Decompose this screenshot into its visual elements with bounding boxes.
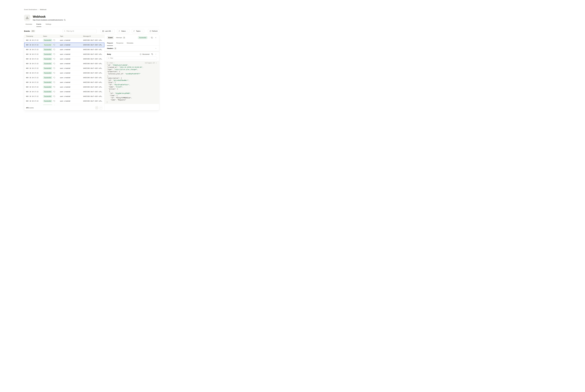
time-range-label: Last 24h [105, 30, 111, 32]
row-status-badge: Successful [43, 90, 52, 93]
retry-row-icon[interactable] [54, 44, 55, 46]
table-row[interactable]: NOV 18 10:17:22 Successful user.created … [24, 94, 104, 99]
retry-event-icon[interactable] [151, 37, 153, 38]
refresh-button[interactable]: Refresh [148, 29, 159, 33]
row-timestamp: NOV 18 10:17:22 [26, 68, 43, 69]
table-row[interactable]: NOV 18 10:17:22 Successful user.created … [24, 99, 104, 104]
copy-url-icon[interactable] [64, 19, 66, 21]
table-row[interactable]: NOV 18 10:17:22 Successful user.created … [24, 104, 104, 105]
retry-row-icon[interactable] [54, 72, 55, 74]
row-topic: user.created [60, 40, 83, 41]
tab-settings[interactable]: Settings [46, 23, 51, 27]
retry-row-icon[interactable] [54, 39, 55, 41]
headers-section-toggle[interactable]: Headers 3 [104, 46, 159, 51]
row-status-badge: Successful [43, 100, 52, 102]
row-message-id: b4925365-b8cf-42b7-a76… [83, 54, 104, 55]
next-page-button[interactable] [100, 106, 102, 109]
table-header: Timestamp Status Topic Message ID [24, 35, 104, 38]
row-status-badge: Successful [43, 58, 52, 60]
prev-page-button[interactable] [95, 106, 98, 109]
table-row[interactable]: NOV 18 10:17:22 Successful user.created … [24, 61, 104, 66]
tab-request[interactable]: Request [107, 40, 113, 46]
items-count-label[interactable]: {1 item ↑ [107, 62, 114, 64]
retry-row-icon[interactable] [54, 63, 55, 64]
retry-row-icon[interactable] [54, 82, 55, 83]
table-row[interactable]: NOV 18 10:17:22 Successful user.created … [24, 52, 104, 56]
topics-filter-button[interactable]: Topics [132, 29, 144, 33]
events-heading: Events [24, 30, 30, 32]
calendar-icon [102, 30, 104, 32]
row-status-badge: Successful [43, 76, 52, 79]
breadcrumb-current[interactable]: Webhook [40, 9, 46, 10]
table-row[interactable]: NOV 18 10:17:22 Successful user.created … [24, 75, 104, 80]
row-timestamp: NOV 18 10:17:22 [26, 77, 43, 78]
breadcrumb-separator: / [38, 9, 39, 10]
table-row[interactable]: NOV 18 10:17:22 Successful user.created … [24, 80, 104, 85]
refresh-icon [150, 30, 151, 32]
row-status-badge: Successful [43, 81, 52, 84]
table-row[interactable]: NOV 18 10:17:22 Successful user.created … [24, 89, 104, 94]
time-range-button[interactable]: Last 24h [100, 29, 115, 33]
table-row[interactable]: NOV 18 10:17:22 Successful user.created … [24, 42, 104, 47]
json-lines: "id": "P2NoRtyZoTc46X3B","created_at": "… [107, 64, 157, 103]
chevron-down-icon [112, 30, 113, 32]
structured-mode-toggle[interactable]: Structured [142, 53, 150, 55]
retry-row-icon[interactable] [54, 68, 55, 69]
page-title: Webhook [33, 15, 66, 18]
webhook-url: http://mock.hookdeck.com/webhooks/events [33, 19, 63, 21]
table-row[interactable]: NOV 18 10:17:22 Successful user.created … [24, 71, 104, 75]
table-row[interactable]: NOV 18 10:17:22 Successful user.created … [24, 85, 104, 89]
row-message-id: b4925365-b8cf-42b7-a76… [83, 44, 104, 46]
retry-row-icon[interactable] [54, 96, 55, 97]
headers-count-badge: 3 [114, 48, 116, 50]
table-footer: 472 events [24, 105, 104, 110]
copy-body-icon[interactable] [152, 53, 153, 55]
table-row[interactable]: NOV 18 10:17:22 Successful user.created … [24, 66, 104, 71]
status-filter-button[interactable]: Status [117, 29, 130, 33]
table-row[interactable]: NOV 18 10:17:22 Successful user.created … [24, 56, 104, 61]
breadcrumb-parent[interactable]: Event Destinations [24, 9, 37, 10]
search-icon [108, 58, 109, 59]
retry-row-icon[interactable] [54, 77, 55, 78]
row-topic: user.created [60, 63, 83, 64]
chevron-up-icon[interactable] [155, 54, 156, 55]
retry-row-icon[interactable] [54, 91, 55, 92]
close-panel-icon[interactable] [155, 37, 156, 38]
code-braces-icon: {} [140, 53, 142, 55]
retry-row-icon[interactable] [54, 58, 55, 60]
row-topic: user.created [60, 91, 83, 92]
retry-row-icon[interactable] [54, 53, 55, 55]
retry-row-icon[interactable] [54, 49, 55, 50]
detail-tabs: Request Response Metadata [104, 40, 159, 46]
table-row[interactable]: NOV 18 10:17:22 Successful user.created … [24, 38, 104, 42]
chevron-down-icon[interactable] [155, 48, 156, 49]
tab-overview[interactable]: Overview [26, 23, 32, 27]
row-status-badge: Successful [43, 67, 52, 70]
page: Event Destinations / Webhook Webhook htt… [0, 9, 184, 110]
detail-tab-attempts[interactable]: Attempts [116, 37, 122, 38]
collapse-all-button[interactable]: Collapse all ↑ [145, 62, 157, 64]
table-row[interactable]: NOV 18 10:17:22 Successful user.created … [24, 47, 104, 52]
retry-row-icon[interactable] [54, 100, 55, 102]
filter-by-id-search[interactable] [62, 29, 97, 33]
breadcrumb: Event Destinations / Webhook [24, 9, 159, 10]
tab-events[interactable]: Events [36, 23, 41, 27]
body-filter-input[interactable] [110, 57, 156, 59]
col-status: Status [43, 36, 60, 37]
tab-metadata[interactable]: Metadata [127, 40, 133, 46]
status-badge: Successful [138, 36, 148, 39]
tab-response[interactable]: Response [116, 40, 123, 46]
page-header: Webhook http://mock.hookdeck.com/webhook… [24, 15, 159, 21]
row-timestamp: NOV 18 10:17:22 [26, 82, 43, 83]
detail-tab-event[interactable]: Event [107, 36, 114, 39]
search-input[interactable] [66, 30, 95, 32]
body-filter[interactable] [106, 56, 157, 60]
row-message-id: b4925365-b8cf-42b7-a76… [83, 63, 104, 64]
row-timestamp: NOV 18 10:17:22 [26, 86, 43, 88]
row-timestamp: NOV 18 10:17:22 [26, 40, 43, 41]
row-timestamp: NOV 18 10:17:22 [26, 96, 43, 97]
row-timestamp: NOV 18 10:17:22 [26, 100, 43, 102]
retry-row-icon[interactable] [54, 86, 55, 88]
row-timestamp: NOV 18 10:17:22 [26, 54, 43, 55]
search-icon [64, 30, 66, 32]
